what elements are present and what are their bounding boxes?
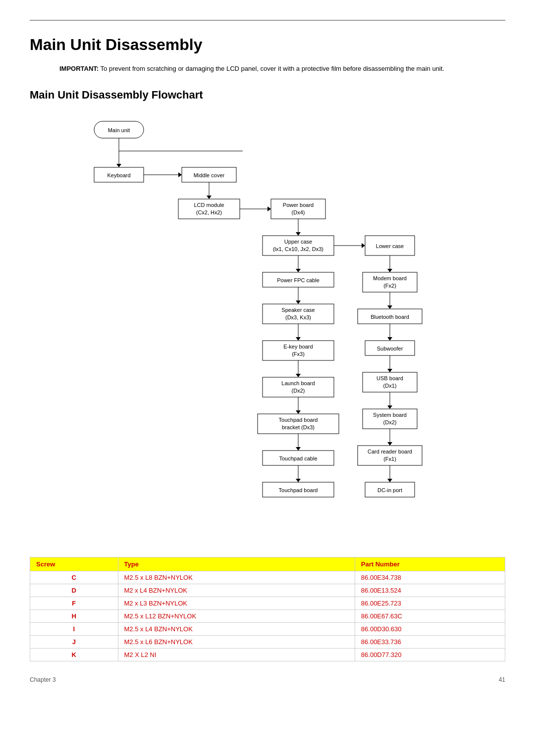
node-bluetooth-board: Bluetooth board bbox=[371, 314, 409, 320]
node-power-fpc: Power FPC cable bbox=[277, 277, 320, 283]
node-middle-cover: Middle cover bbox=[194, 172, 225, 178]
node-speaker-case: Speaker case bbox=[281, 307, 315, 313]
screw-type: M2.5 x L8 BZN+NYLOK bbox=[118, 571, 355, 584]
svg-marker-16 bbox=[296, 232, 301, 236]
svg-marker-34 bbox=[387, 337, 392, 341]
node-dc-in: DC-in port bbox=[377, 487, 402, 493]
node-launch-board: Launch board bbox=[281, 380, 315, 386]
table-header-type: Type bbox=[118, 557, 355, 571]
footer-right: 41 bbox=[499, 676, 505, 683]
node-touchpad-cable: Touchpad cable bbox=[279, 455, 317, 461]
screw-part: 86.00D30.630 bbox=[355, 622, 505, 635]
node-touchpad-bracket-sub: bracket (Dx3) bbox=[282, 424, 315, 430]
node-card-reader-sub: (Fx1) bbox=[383, 456, 396, 462]
screw-type: M2.5 x L4 BZN+NYLOK bbox=[118, 622, 355, 635]
svg-marker-4 bbox=[116, 164, 121, 167]
node-keyboard: Keyboard bbox=[107, 172, 130, 178]
screw-type: M2 X L2 NI bbox=[118, 648, 355, 661]
table-row: FM2 x L3 BZN+NYLOK86.00E25.723 bbox=[30, 597, 505, 609]
screw-letter: C bbox=[30, 571, 118, 584]
node-launch-board-sub: (Dx2) bbox=[292, 388, 305, 394]
screw-letter: D bbox=[30, 584, 118, 597]
svg-marker-61 bbox=[296, 479, 301, 482]
svg-marker-22 bbox=[387, 269, 392, 272]
footer-left: Chapter 3 bbox=[30, 676, 56, 683]
table-row: DM2 x L4 BZN+NYLOK86.00E13.524 bbox=[30, 584, 505, 597]
screw-letter: K bbox=[30, 648, 118, 661]
node-upper-case-sub: (lx1, Cx10, Jx2, Dx3) bbox=[273, 246, 323, 252]
node-upper-case: Upper case bbox=[284, 239, 312, 245]
screw-part: 86.00E34.738 bbox=[355, 571, 505, 584]
svg-marker-30 bbox=[387, 305, 392, 309]
footer: Chapter 3 41 bbox=[30, 676, 505, 683]
svg-marker-55 bbox=[296, 447, 301, 451]
screw-letter: H bbox=[30, 609, 118, 622]
screw-part: 86.00E13.524 bbox=[355, 584, 505, 597]
flowchart-title: Main Unit Disassembly Flowchart bbox=[30, 89, 505, 101]
screw-letter: I bbox=[30, 622, 118, 635]
screw-part: 86.00E25.723 bbox=[355, 597, 505, 609]
node-power-board-sub: (Dx4) bbox=[292, 209, 305, 215]
node-power-board: Power board bbox=[283, 202, 314, 208]
svg-marker-43 bbox=[296, 374, 301, 377]
table-row: KM2 X L2 NI86.00D77.320 bbox=[30, 648, 505, 661]
node-usb-board-sub: (Dx1) bbox=[383, 383, 397, 389]
node-touchpad-bracket: Touchpad board bbox=[279, 417, 318, 423]
screw-type: M2 x L3 BZN+NYLOK bbox=[118, 597, 355, 609]
svg-marker-52 bbox=[387, 442, 392, 446]
screw-letter: J bbox=[30, 635, 118, 648]
svg-marker-37 bbox=[296, 337, 301, 341]
flowchart-svg: Main unit Keyboard Middle cover LCD modu… bbox=[30, 111, 505, 542]
svg-marker-7 bbox=[178, 172, 182, 177]
node-modem-board-sub: (Fx2) bbox=[383, 283, 396, 289]
node-ekey-board: E-key board bbox=[283, 344, 313, 350]
svg-marker-28 bbox=[296, 301, 301, 304]
node-system-board: System board bbox=[373, 412, 407, 418]
svg-marker-13 bbox=[268, 206, 271, 211]
table-header-screw: Screw bbox=[30, 557, 118, 571]
important-note: IMPORTANT: To prevent from scratching or… bbox=[30, 64, 505, 74]
table-row: HM2.5 x L12 BZN+NYLOK86.00E67.63C bbox=[30, 609, 505, 622]
node-modem-board: Modem board bbox=[373, 275, 407, 281]
svg-marker-46 bbox=[387, 405, 392, 409]
table-header-part: Part Number bbox=[355, 557, 505, 571]
important-label: IMPORTANT: bbox=[59, 65, 99, 72]
screw-part: 86.00E67.63C bbox=[355, 609, 505, 622]
node-lcd-module: LCD module bbox=[194, 202, 224, 208]
node-subwoofer: Subwoofer bbox=[377, 346, 403, 352]
screw-type: M2 x L4 BZN+NYLOK bbox=[118, 584, 355, 597]
flowchart: Main unit Keyboard Middle cover LCD modu… bbox=[30, 111, 505, 542]
screw-type: M2.5 x L12 BZN+NYLOK bbox=[118, 609, 355, 622]
node-ekey-board-sub: (Fx3) bbox=[292, 351, 305, 357]
node-lcd-module-sub: (Cx2, Hx2) bbox=[196, 209, 222, 215]
page-title: Main Unit Disassembly bbox=[30, 36, 505, 54]
table-row: CM2.5 x L8 BZN+NYLOK86.00E34.738 bbox=[30, 571, 505, 584]
node-touchpad-board: Touchpad board bbox=[279, 487, 318, 493]
screw-letter: F bbox=[30, 597, 118, 609]
svg-marker-40 bbox=[387, 369, 392, 372]
screw-table: Screw Type Part Number CM2.5 x L8 BZN+NY… bbox=[30, 557, 505, 661]
svg-marker-49 bbox=[296, 410, 301, 414]
table-row: JM2.5 x L6 BZN+NYLOK86.00E33.736 bbox=[30, 635, 505, 648]
table-row: IM2.5 x L4 BZN+NYLOK86.00D30.630 bbox=[30, 622, 505, 635]
screw-type: M2.5 x L6 BZN+NYLOK bbox=[118, 635, 355, 648]
svg-marker-58 bbox=[387, 479, 392, 482]
node-lower-case: Lower case bbox=[376, 243, 404, 249]
top-border bbox=[30, 20, 505, 21]
node-card-reader: Card reader board bbox=[368, 449, 412, 454]
screw-part: 86.00D77.320 bbox=[355, 648, 505, 661]
svg-marker-10 bbox=[207, 196, 212, 199]
node-speaker-case-sub: (Dx3, Kx3) bbox=[285, 314, 311, 320]
node-usb-board: USB board bbox=[376, 375, 403, 381]
node-main-unit: Main unit bbox=[108, 127, 130, 133]
svg-marker-19 bbox=[362, 243, 365, 248]
important-text: To prevent from scratching or damaging t… bbox=[101, 65, 444, 72]
svg-marker-25 bbox=[296, 269, 301, 272]
screw-part: 86.00E33.736 bbox=[355, 635, 505, 648]
node-system-board-sub: (Dx2) bbox=[383, 419, 397, 425]
